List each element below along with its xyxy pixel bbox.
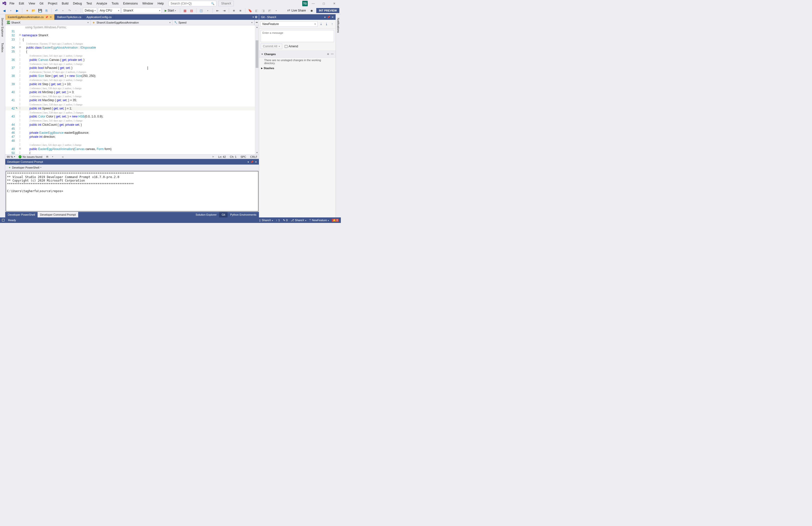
menu-git[interactable]: Git <box>38 1 45 6</box>
indent-icon[interactable]: ⇥ <box>221 8 227 13</box>
terminal-output[interactable]: ****************************************… <box>6 171 258 211</box>
panel-pin-icon[interactable]: 📌 <box>250 161 253 163</box>
search-input[interactable]: Search (Ctrl+Q) 🔍 <box>169 1 216 6</box>
menu-test[interactable]: Test <box>85 1 94 6</box>
maximize-button[interactable]: ◻ <box>319 1 329 6</box>
tabs-overflow-icon[interactable]: ▾ <box>252 16 254 18</box>
redo-dropdown-icon[interactable]: ▾ <box>73 8 79 13</box>
sb-branch[interactable]: ᛘNewFeature▴ <box>309 219 329 222</box>
panel-close-icon[interactable]: ✕ <box>332 16 334 18</box>
bookmark-icon[interactable]: 🔖 <box>247 8 253 13</box>
menu-help[interactable]: Help <box>156 1 166 6</box>
menu-file[interactable]: File <box>8 1 16 6</box>
code-editor[interactable]: using System.Windows.Forms; 31 32⊟namesp… <box>5 25 255 154</box>
scroll-right-icon[interactable]: ▶ <box>213 155 214 158</box>
stage-all-icon[interactable]: ＋ <box>326 52 330 56</box>
panel-close-icon[interactable]: ✕ <box>255 161 257 163</box>
commit-message-input[interactable]: Enter a message <box>261 30 334 42</box>
branch-dropdown[interactable]: NewFeature <box>261 21 318 27</box>
panel-pin-icon[interactable]: 📌 <box>327 16 330 18</box>
tab-eastereggaboutanimation[interactable]: EasterEggAboutAnimation.cs 📌 ✕ <box>5 14 55 20</box>
tabs-settings-icon[interactable]: ✿ <box>255 15 257 19</box>
stashes-section[interactable]: ▶ Stashes <box>259 66 336 71</box>
split-editor-icon[interactable]: ⬌ <box>255 20 259 25</box>
document-tabs: EasterEggAboutAnimation.cs 📌 ✕ BalloonTi… <box>5 14 259 20</box>
close-button[interactable]: ✕ <box>329 1 339 6</box>
close-tab-icon[interactable]: ✕ <box>49 16 52 19</box>
new-project-icon[interactable]: ✦ <box>24 8 30 13</box>
align-icon-2[interactable]: ≡ <box>237 8 243 13</box>
scroll-up-icon[interactable]: ▲ <box>255 25 259 29</box>
commit-all-button[interactable]: Commit All <box>261 44 282 49</box>
btab-dev-powershell[interactable]: Developer PowerShell <box>5 212 38 217</box>
nav-project[interactable]: C# ShareX <box>5 20 90 25</box>
align-icon-1[interactable]: ≡ <box>231 8 236 13</box>
save-all-icon[interactable]: ⎘ <box>44 8 49 13</box>
save-icon[interactable]: 💾 <box>37 8 43 13</box>
push-icon[interactable]: ↑ <box>330 22 334 26</box>
forward-icon[interactable]: ▶ <box>15 8 20 13</box>
feedback-icon[interactable]: ☻ <box>309 8 314 13</box>
rail-server-explorer[interactable]: Server Explorer <box>0 16 4 38</box>
nav-member[interactable]: 🔧 Speed <box>172 20 255 25</box>
config-dropdown[interactable]: Debug <box>83 8 97 13</box>
new-terminal-button[interactable]: ＋ Developer PowerShell ▾ <box>7 165 43 170</box>
panel-dropdown-icon[interactable]: ▾ <box>324 16 325 18</box>
scroll-down-icon[interactable]: ▼ <box>255 151 259 154</box>
editor-scrollbar[interactable]: ▲ ▼ <box>255 25 259 154</box>
tab-applicationconfig[interactable]: ApplicationConfig.cs <box>84 14 114 20</box>
menu-tools[interactable]: Tools <box>110 1 120 6</box>
changes-section[interactable]: ▼ Changes ＋ ⋯ <box>259 50 336 58</box>
btab-python-env[interactable]: Python Environments <box>228 212 259 217</box>
sb-pending[interactable]: ✎0 <box>283 219 288 222</box>
menu-edit[interactable]: Edit <box>17 1 26 6</box>
btab-solution-explorer[interactable]: Solution Explorer <box>193 212 219 217</box>
sb-repo[interactable]: ▯ShareX▴ <box>259 219 273 222</box>
rail-notifications[interactable]: Notifications <box>336 16 340 34</box>
menu-build[interactable]: Build <box>60 1 71 6</box>
open-icon[interactable]: 📂 <box>31 8 37 13</box>
back-dropdown-icon[interactable]: ▾ <box>8 8 14 13</box>
zoom-level[interactable]: 99 %▾ <box>7 155 15 158</box>
tb-icon-1[interactable]: ▦ <box>182 8 188 13</box>
undo-icon[interactable]: ↶ <box>54 8 59 13</box>
start-button[interactable]: ▶ Start ▾ <box>163 8 178 13</box>
redo-icon[interactable]: ↷ <box>67 8 72 13</box>
menu-project[interactable]: Project <box>46 1 59 6</box>
menu-window[interactable]: Window <box>140 1 155 6</box>
scroll-thumb[interactable] <box>256 40 258 68</box>
more-icon[interactable]: ⋯ <box>331 52 334 56</box>
tab-balloontipaction[interactable]: BalloonTipAction.cs <box>55 14 84 20</box>
screwdriver-icon[interactable]: 🛠 <box>46 155 49 158</box>
btab-dev-cmd[interactable]: Developer Command Prompt <box>38 212 78 217</box>
user-avatar[interactable]: TG <box>302 1 308 6</box>
no-issues-indicator[interactable]: ✓ No issues found <box>18 155 42 158</box>
minimize-button[interactable]: — <box>308 1 318 6</box>
undo-dropdown-icon[interactable]: ▾ <box>60 8 66 13</box>
pull-icon[interactable]: ⭳ <box>324 22 329 26</box>
menu-extensions[interactable]: Extensions <box>121 1 140 6</box>
amend-checkbox[interactable]: Amend <box>285 45 298 48</box>
fetch-icon[interactable]: ⇣ <box>319 22 323 26</box>
menu-view[interactable]: View <box>27 1 37 6</box>
tb-icon-2[interactable]: ▤ <box>189 8 194 13</box>
scroll-left-icon[interactable]: ◀ <box>62 155 63 158</box>
startup-dropdown[interactable]: ShareX <box>121 8 162 13</box>
rail-toolbox[interactable]: Toolbox <box>0 41 4 54</box>
sb-repo-name[interactable]: ⎇ShareX▴ <box>291 219 306 222</box>
int-preview-badge[interactable]: INT PREVIEW <box>316 8 339 13</box>
notification-badge[interactable]: 🔔8 <box>332 219 339 222</box>
btab-git[interactable]: Git <box>219 212 228 217</box>
menu-analyze[interactable]: Analyze <box>95 1 109 6</box>
back-icon[interactable]: ◀ <box>1 8 7 13</box>
sb-outgoing[interactable]: ↑1 <box>276 219 280 222</box>
menu-debug[interactable]: Debug <box>71 1 84 6</box>
solution-dropdown[interactable]: ShareX <box>218 1 234 6</box>
live-share-button[interactable]: ⮂ Live Share <box>285 9 308 12</box>
platform-dropdown[interactable]: Any CPU <box>98 8 120 13</box>
outdent-icon[interactable]: ⇤ <box>215 8 220 13</box>
pin-icon[interactable]: 📌 <box>45 16 48 18</box>
tb-icon-3[interactable]: ◫ <box>199 8 204 13</box>
panel-dropdown-icon[interactable]: ▾ <box>248 161 249 163</box>
nav-class[interactable]: ◆ ShareX.EasterEggAboutAnimation <box>90 20 172 25</box>
